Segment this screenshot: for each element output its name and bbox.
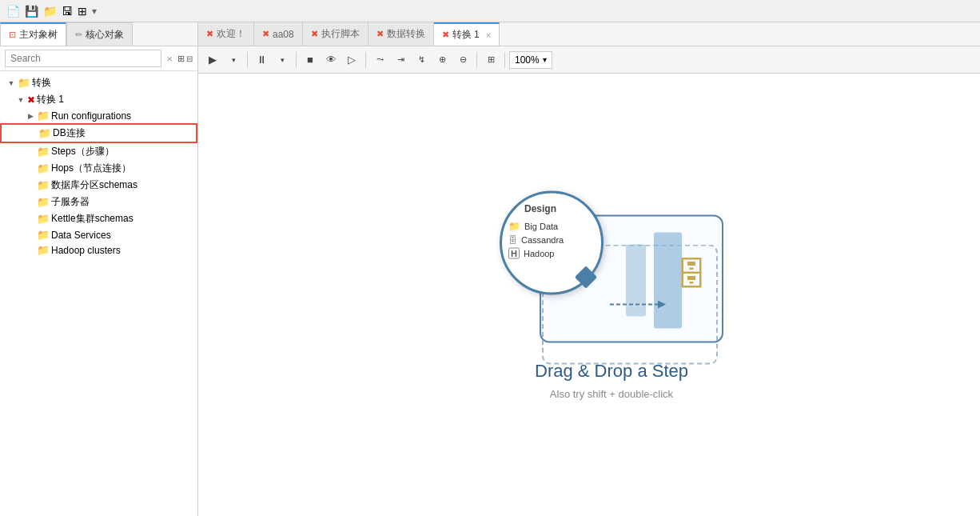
- folder-icon-dbschemas: 📁: [37, 179, 50, 191]
- tree-item-hops[interactable]: 📁 Hops（节点连接）: [0, 160, 197, 177]
- tab-close-button[interactable]: ×: [486, 30, 491, 40]
- transform-icon: ✖: [27, 94, 35, 106]
- data-convert-tab-icon: ✖: [376, 29, 384, 39]
- hops-label: Hops（节点连接）: [51, 162, 131, 175]
- expand-icon: ⊞: [177, 54, 185, 64]
- toolbar-sep-3: [365, 52, 366, 68]
- hadoop-clusters-label: Hadoop clusters: [51, 245, 121, 256]
- tree-item-db-schemas[interactable]: 📁 数据库分区schemas: [0, 177, 197, 194]
- bigdata-folder-icon: 📁: [508, 220, 520, 231]
- chevron-icon[interactable]: ▾: [92, 6, 97, 17]
- tree-item-data-services[interactable]: 📁 Data Services: [0, 227, 197, 242]
- folder-icon-steps: 📁: [37, 146, 50, 158]
- tab-welcome[interactable]: ✖ 欢迎！: [198, 22, 254, 46]
- transform1-tab-icon: ✖: [442, 30, 449, 40]
- pause-button[interactable]: ⏸: [252, 50, 271, 70]
- tab-transform-1[interactable]: ✖ 转换 1 ×: [434, 22, 500, 46]
- magnifier-item-hadoop: H Hadoop: [508, 246, 595, 260]
- expand-arrow-dbschemas: [26, 181, 35, 190]
- svg-marker-1: [658, 300, 666, 308]
- tree-item-transform-1[interactable]: ▼ ✖ 转换 1: [0, 91, 197, 108]
- arrow-svg: [610, 292, 666, 316]
- folder-icon-hops: 📁: [37, 162, 50, 174]
- data-services-label: Data Services: [51, 230, 111, 241]
- tree-item-hadoop-clusters[interactable]: 📁 Hadoop clusters: [0, 242, 197, 258]
- tool1-button[interactable]: ⤳: [370, 50, 389, 70]
- hadoop-label: Hadoop: [524, 248, 555, 258]
- save-icon[interactable]: 💾: [25, 5, 38, 18]
- tree-item-steps[interactable]: 📁 Steps（步骤）: [0, 143, 197, 160]
- main-layout: ⊡ 主对象树 ✏ 核心对象 × ⊞ ⊟ ▼ 📁 转换: [0, 22, 980, 516]
- zoom-chevron-icon: ▾: [543, 55, 547, 64]
- aa08-tab-label: aa08: [273, 29, 294, 40]
- tool4-button[interactable]: ⊕: [432, 50, 452, 70]
- folder-icon-run: 📁: [37, 110, 50, 122]
- transform1-tab-label: 转换 1: [452, 28, 480, 42]
- canvas-area[interactable]: 🗄 Design 📁 Big Data: [198, 74, 980, 516]
- play-dropdown-button[interactable]: ▾: [224, 50, 243, 70]
- tree-item-kettle-schemas[interactable]: 📁 Kettle集群schemas: [0, 210, 197, 227]
- tool2-button[interactable]: ⇥: [391, 50, 410, 70]
- dnd-illustration: 🗄 Design 📁 Big Data: [500, 190, 723, 350]
- table-button[interactable]: ⊞: [481, 50, 500, 70]
- cassandra-label: Cassandra: [521, 234, 564, 244]
- eye-button[interactable]: 👁: [321, 50, 341, 70]
- zoom-value: 100%: [515, 54, 540, 66]
- magnifier-item-cassandra: 🗄 Cassandra: [508, 233, 595, 246]
- welcome-tab-label: 欢迎！: [217, 27, 245, 41]
- tree-item-run-configs[interactable]: ▶ 📁 Run configurations: [0, 108, 197, 123]
- db-schemas-label: 数据库分区schemas: [51, 178, 137, 192]
- sidebar-tabs: ⊡ 主对象树 ✏ 核心对象: [0, 22, 197, 46]
- floppy-icon[interactable]: 🖫: [62, 5, 73, 18]
- folder-icon-hadoop: 📁: [37, 244, 50, 256]
- stop-button[interactable]: ■: [301, 50, 320, 70]
- folder-icon: 📁: [18, 77, 30, 89]
- main-object-tree-label: 主对象树: [19, 28, 58, 42]
- zoom-dropdown[interactable]: 100% ▾: [509, 51, 552, 69]
- cassandra-db-icon: 🗄: [508, 234, 517, 244]
- pause-dropdown-button[interactable]: ▾: [273, 50, 292, 70]
- play2-button[interactable]: ▷: [342, 50, 361, 70]
- box-icon: ⊡: [9, 30, 16, 40]
- exec-tab-icon: ✖: [311, 29, 318, 39]
- folder-open-icon[interactable]: 📁: [43, 5, 57, 18]
- dnd-subtitle: Also try shift + double-click: [550, 387, 673, 399]
- editor-tabs: ✖ 欢迎！ ✖ aa08 ✖ 执行脚本 ✖ 数据转换 ✖ 转换 1 ×: [198, 22, 980, 46]
- tool3-button[interactable]: ↯: [412, 50, 431, 70]
- sidebar-tab-core-objects[interactable]: ✏ 核心对象: [66, 22, 133, 46]
- tree-item-root-convert[interactable]: ▼ 📁 转换: [0, 74, 197, 91]
- play-button[interactable]: ▶: [203, 50, 222, 70]
- sidebar-tab-main-object-tree[interactable]: ⊡ 主对象树: [0, 22, 66, 46]
- expand-arrow-dataservices: [26, 230, 35, 240]
- bigdata-label: Big Data: [524, 221, 558, 230]
- expand-label: ⊟: [186, 54, 193, 63]
- search-expand-button[interactable]: ⊞ ⊟: [177, 54, 193, 64]
- pencil-icon: ✏: [75, 30, 82, 40]
- search-clear-button[interactable]: ×: [165, 53, 174, 65]
- data-convert-tab-label: 数据转换: [387, 27, 425, 41]
- tab-exec-script[interactable]: ✖ 执行脚本: [303, 22, 368, 46]
- welcome-tab-icon: ✖: [206, 29, 213, 39]
- tree-item-db-connect[interactable]: 📁 DB连接: [0, 123, 197, 143]
- tree-item-sub-servers[interactable]: 📁 子服务器: [0, 194, 197, 210]
- tab-aa08[interactable]: ✖ aa08: [254, 22, 303, 46]
- toolbar-sep-5: [504, 52, 505, 68]
- tool5-button[interactable]: ⊖: [453, 50, 472, 70]
- exec-script-tab-label: 执行脚本: [321, 27, 360, 41]
- root-convert-label: 转换: [32, 76, 51, 90]
- layers-icon[interactable]: ⊞: [78, 5, 87, 18]
- search-bar: × ⊞ ⊟: [0, 46, 197, 71]
- db-icon-in-canvas: 🗄: [675, 256, 707, 292]
- expand-arrow-db: [27, 129, 37, 138]
- search-input[interactable]: [5, 50, 161, 67]
- toolbar: ▶ ▾ ⏸ ▾ ■ 👁 ▷ ⤳ ⇥ ↯ ⊕ ⊖ ⊞ 100% ▾: [198, 46, 980, 74]
- transform-1-label: 转换 1: [37, 93, 64, 106]
- aa08-tab-icon: ✖: [262, 29, 269, 39]
- file-icon[interactable]: 📄: [6, 5, 20, 18]
- run-configs-label: Run configurations: [51, 110, 131, 122]
- toolbar-sep-4: [476, 52, 477, 68]
- tab-data-convert[interactable]: ✖ 数据转换: [368, 22, 434, 46]
- sub-servers-label: 子服务器: [51, 195, 90, 209]
- title-bar: 📄 💾 📁 🖫 ⊞ ▾: [0, 0, 980, 22]
- sidebar: ⊡ 主对象树 ✏ 核心对象 × ⊞ ⊟ ▼ 📁 转换: [0, 22, 198, 516]
